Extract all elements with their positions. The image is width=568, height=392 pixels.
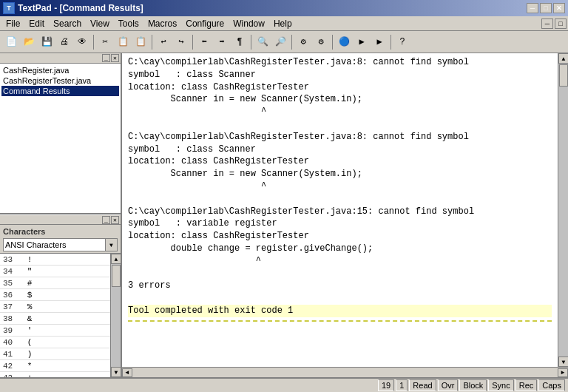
- char-row[interactable]: 43+: [0, 372, 110, 377]
- toolbar-redo[interactable]: ↪: [173, 34, 189, 50]
- sep-4: [251, 35, 251, 50]
- char-row[interactable]: 42*: [0, 360, 110, 372]
- menu-view[interactable]: View: [86, 17, 114, 30]
- main-layout: _ ✕ CashRegister.java CashRegisterTester…: [0, 53, 568, 377]
- editor-scroll-up[interactable]: ▲: [558, 53, 568, 64]
- chars-vscroll[interactable]: ▲ ▼: [110, 254, 121, 377]
- chars-label: Characters: [3, 226, 118, 237]
- title-bar-left: T TextPad - [Command Results]: [3, 2, 143, 14]
- toolbar-play2[interactable]: ▶: [371, 34, 388, 50]
- char-row[interactable]: 35#: [0, 277, 110, 289]
- toolbar-preview[interactable]: 👁: [74, 34, 90, 50]
- filepanel-minimize[interactable]: _: [102, 54, 110, 62]
- char-row[interactable]: 37%: [0, 301, 110, 313]
- hscroll-left[interactable]: ◄: [122, 368, 132, 377]
- chars-scroll-thumb[interactable]: [112, 265, 121, 287]
- chars-dropdown-text: ANSI Characters: [4, 240, 105, 250]
- toolbar-copy[interactable]: 📋: [115, 34, 131, 50]
- char-row[interactable]: 33!: [0, 254, 110, 266]
- char-num: 41: [0, 350, 22, 359]
- file-item-commandresults[interactable]: Command Results: [1, 86, 119, 96]
- char-num: 37: [0, 303, 22, 311]
- editor-hscroll[interactable]: ◄ ►: [122, 367, 568, 377]
- status-line: 19: [378, 379, 394, 391]
- toolbar-new[interactable]: 📄: [3, 34, 19, 50]
- menu-help[interactable]: Help: [269, 17, 297, 30]
- menubar-maximize[interactable]: □: [555, 18, 567, 29]
- toolbar-find[interactable]: 🔍: [254, 34, 271, 50]
- toolbar-record[interactable]: 🔵: [336, 34, 352, 50]
- file-list-titlebar: _ ✕: [0, 53, 121, 64]
- chars-header: Characters ANSI Characters ▼: [0, 225, 121, 254]
- char-sym: ): [22, 350, 37, 359]
- char-sym: ': [22, 326, 37, 335]
- toolbar-print[interactable]: 🖨: [56, 34, 72, 50]
- chars-scroll-down[interactable]: ▼: [111, 367, 121, 377]
- close-button[interactable]: ✕: [553, 3, 565, 13]
- editor-scroll-down[interactable]: ▼: [558, 356, 568, 367]
- char-row[interactable]: 34": [0, 266, 110, 277]
- charspanel-close[interactable]: ✕: [111, 216, 119, 224]
- file-item-cashregister[interactable]: CashRegister.java: [1, 65, 119, 75]
- char-sym: +: [22, 374, 37, 378]
- toolbar-config[interactable]: ⚙: [313, 34, 329, 50]
- title-bar-text: TextPad - [Command Results]: [18, 3, 143, 13]
- menu-window[interactable]: Window: [229, 17, 269, 30]
- menu-bar: File Edit Search View Tools Macros Confi…: [0, 16, 568, 31]
- toolbar-undo[interactable]: ↩: [155, 34, 172, 50]
- chars-scroll-up[interactable]: ▲: [111, 254, 121, 264]
- char-num: 33: [0, 255, 22, 264]
- toolbar-save[interactable]: 💾: [38, 34, 55, 50]
- editor-area[interactable]: C:\cay\compilerlab\CashRegisterTester.ja…: [122, 53, 558, 367]
- toolbar-play1[interactable]: ▶: [354, 34, 370, 50]
- title-bar-buttons: ─ □ ✕: [527, 3, 565, 13]
- menu-tools[interactable]: Tools: [114, 17, 143, 30]
- sep-1: [93, 35, 94, 50]
- menu-search[interactable]: Search: [49, 17, 86, 30]
- menu-macros[interactable]: Macros: [143, 17, 181, 30]
- editor-scroll-track: [558, 64, 568, 356]
- filepanel-close[interactable]: ✕: [111, 54, 119, 62]
- menubar-minimize[interactable]: ─: [541, 18, 553, 29]
- toolbar-para[interactable]: ¶: [231, 34, 248, 50]
- char-row[interactable]: 40(: [0, 337, 110, 348]
- left-panel: _ ✕ CashRegister.java CashRegisterTester…: [0, 53, 122, 377]
- toolbar-help[interactable]: ?: [394, 34, 410, 50]
- maximize-button[interactable]: □: [540, 3, 552, 13]
- hscroll-right[interactable]: ►: [558, 368, 568, 377]
- editor-scroll-thumb[interactable]: [559, 64, 568, 87]
- menu-configure[interactable]: Configure: [181, 17, 229, 30]
- app-icon: T: [3, 2, 15, 14]
- chars-dropdown-arrow[interactable]: ▼: [105, 239, 117, 251]
- char-sym: (: [22, 338, 37, 347]
- file-item-cashregistertester[interactable]: CashRegisterTester.java: [1, 75, 119, 86]
- toolbar-spell[interactable]: ⚙: [295, 34, 311, 50]
- toolbar-findnext[interactable]: 🔎: [272, 34, 288, 50]
- charspanel-minimize[interactable]: _: [102, 216, 110, 224]
- char-sym: !: [22, 255, 37, 264]
- toolbar-right[interactable]: ➡: [214, 34, 230, 50]
- char-row[interactable]: 39': [0, 325, 110, 337]
- char-sym: ": [22, 267, 37, 276]
- char-num: 43: [0, 374, 22, 378]
- chars-dropdown[interactable]: ANSI Characters ▼: [3, 238, 118, 251]
- status-group: 19 1 Read Ovr Block Sync Rec Caps: [378, 379, 565, 391]
- char-row[interactable]: 41): [0, 348, 110, 360]
- chars-titlebar: _ ✕: [0, 214, 121, 225]
- menu-edit[interactable]: Edit: [24, 17, 49, 30]
- status-ovr: Ovr: [438, 379, 459, 391]
- status-block: Block: [459, 379, 487, 391]
- minimize-button[interactable]: ─: [527, 3, 538, 13]
- status-bar: 19 1 Read Ovr Block Sync Rec Caps: [0, 377, 568, 392]
- chars-table[interactable]: 33!34"35#36$37%38&39'40(41)42*43+44,45-: [0, 254, 110, 377]
- toolbar-paste[interactable]: 📋: [132, 34, 149, 50]
- menu-file[interactable]: File: [1, 17, 24, 30]
- editor-vscroll[interactable]: ▲ ▼: [558, 53, 568, 367]
- toolbar-open[interactable]: 📂: [21, 34, 37, 50]
- toolbar-cut[interactable]: ✂: [97, 34, 113, 50]
- char-row[interactable]: 38&: [0, 313, 110, 325]
- sep-3: [192, 35, 193, 50]
- char-row[interactable]: 36$: [0, 289, 110, 301]
- toolbar-left[interactable]: ⬅: [196, 34, 212, 50]
- main-content: C:\cay\compilerlab\CashRegisterTester.ja…: [122, 53, 568, 377]
